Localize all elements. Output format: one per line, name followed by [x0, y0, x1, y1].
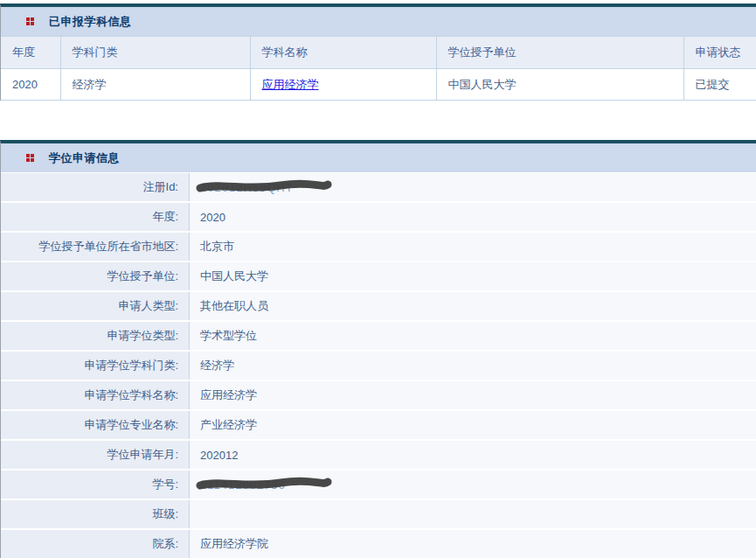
field-row: 申请学位类型: 学术型学位 [1, 322, 756, 350]
subject-table-body: 2020 经济学 应用经济学 中国人民大学 已提交 [1, 69, 756, 101]
col-header-status: 申请状态 [683, 37, 756, 69]
field-label: 学位授予单位: [1, 262, 190, 290]
field-row: 申请人类型: 其他在职人员 [1, 292, 756, 320]
field-value-text: 北京市 [200, 239, 234, 255]
field-value: 学术型学位 [190, 322, 756, 350]
field-value: 中国人民大学 [190, 262, 756, 290]
field-value: 产业经济学 [190, 411, 756, 439]
field-value-text: 中国人民大学 [200, 269, 268, 284]
field-value: 应用经济学 [190, 381, 756, 409]
application-fields: 注册Id: 202012H59QHT 年度: 2020 学位授予单位所在省市地区… [1, 172, 756, 558]
degree-application-panel: 学位申请信息 注册Id: 202012H59QHT 年度: 2020 学位授予单… [0, 140, 756, 558]
table-header-row: 年度 学科门类 学科名称 学位授予单位 申请状态 [1, 37, 756, 69]
field-row: 注册Id: 202012H59QHT [1, 173, 756, 201]
subject-name-link[interactable]: 应用经济学 [262, 78, 319, 91]
table-row: 2020 经济学 应用经济学 中国人民大学 已提交 [1, 69, 756, 101]
field-value-text: 其他在职人员 [200, 298, 268, 314]
field-label: 学位授予单位所在省市地区: [1, 233, 190, 261]
field-label: 申请学位类型: [1, 322, 190, 350]
field-row: 年度: 2020 [1, 203, 756, 231]
field-value-text: 202012H59QHT [200, 181, 294, 194]
field-label: 申请人类型: [1, 292, 190, 320]
red-grid-icon [26, 154, 34, 162]
field-label: 学号: [1, 471, 190, 499]
field-row: 院系: 应用经济学院 [1, 530, 756, 558]
field-row: 申请学位专业名称: 产业经济学 [1, 411, 756, 439]
col-header-university: 学位授予单位 [436, 37, 683, 69]
field-value-text: 202012 [200, 449, 238, 462]
field-label: 注册Id: [1, 173, 190, 201]
cell-university: 中国人民大学 [436, 69, 683, 101]
declared-subjects-panel: 已申报学科信息 年度 学科门类 学科名称 学位授予单位 申请状态 2020 经济… [0, 3, 756, 101]
field-row: 学位申请年月: 202012 [1, 441, 756, 469]
field-value: 202012H59QHT [190, 173, 756, 201]
field-label: 班级: [1, 500, 190, 528]
field-row: 学位授予单位所在省市地区: 北京市 [1, 233, 756, 261]
cell-category: 经济学 [60, 69, 250, 101]
field-value-text: 学术型学位 [200, 328, 257, 344]
field-value-text: 2020 [200, 211, 225, 224]
cell-year: 2020 [1, 69, 60, 101]
field-value: 其他在职人员 [190, 292, 756, 320]
field-row: 学位授予单位: 中国人民大学 [1, 262, 756, 290]
field-value-text: 211412002736 [200, 478, 286, 492]
col-header-category: 学科门类 [60, 37, 250, 69]
field-value-text: 应用经济学院 [200, 536, 268, 552]
field-value: 202012 [190, 441, 756, 469]
declared-subjects-title: 已申报学科信息 [49, 14, 132, 30]
col-header-year: 年度 [1, 37, 60, 69]
field-value [190, 500, 756, 528]
field-value-text: 经济学 [200, 358, 234, 373]
field-label: 申请学位专业名称: [1, 411, 190, 439]
field-row: 申请学位学科门类: 经济学 [1, 352, 756, 380]
field-label: 申请学位学科门类: [1, 352, 190, 380]
field-value: 经济学 [190, 352, 756, 380]
declared-subjects-header: 已申报学科信息 [1, 7, 756, 36]
field-value: 北京市 [190, 233, 756, 261]
degree-application-header: 学位申请信息 [1, 143, 756, 172]
red-grid-icon [26, 17, 34, 25]
declared-subjects-table: 年度 学科门类 学科名称 学位授予单位 申请状态 2020 经济学 应用经济学 … [1, 36, 756, 101]
degree-application-title: 学位申请信息 [49, 150, 120, 166]
field-value-text: 应用经济学 [200, 387, 257, 403]
field-row: 学号: 211412002736 [1, 471, 756, 499]
status-badge: 已提交 [683, 69, 756, 101]
field-value: 2020 [190, 203, 756, 231]
field-row: 班级: [1, 500, 756, 528]
field-value: 211412002736 [190, 471, 756, 499]
field-label: 年度: [1, 203, 190, 231]
field-value: 应用经济学院 [190, 530, 756, 558]
field-label: 学位申请年月: [1, 441, 190, 469]
field-label: 院系: [1, 530, 190, 558]
field-label: 申请学位学科名称: [1, 381, 190, 409]
col-header-subject: 学科名称 [250, 37, 436, 69]
page: 已申报学科信息 年度 学科门类 学科名称 学位授予单位 申请状态 2020 经济… [0, 0, 756, 558]
field-row: 申请学位学科名称: 应用经济学 [1, 381, 756, 409]
field-value-text: 产业经济学 [200, 417, 257, 433]
